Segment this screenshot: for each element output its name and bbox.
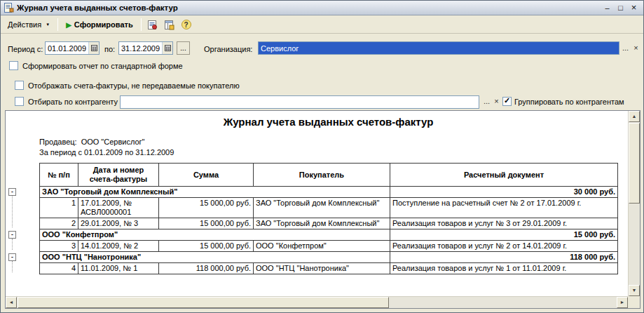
group-total-cell[interactable]: 118 000 руб. bbox=[390, 252, 618, 263]
group-margin: --- bbox=[6, 111, 20, 296]
show-not-transferred-checkbox[interactable] bbox=[15, 81, 24, 90]
chevron-down-icon: ▼ bbox=[46, 22, 50, 27]
cell-num[interactable]: 4 bbox=[40, 263, 78, 274]
collapse-group-button[interactable]: - bbox=[8, 253, 16, 261]
cell-buyer[interactable]: ООО "Конфетпром" bbox=[254, 241, 390, 252]
report-settings-icon bbox=[147, 20, 158, 30]
seller-label: Продавец: bbox=[39, 138, 77, 146]
period-to-label: по: bbox=[104, 44, 115, 54]
contractor-input[interactable] bbox=[121, 96, 479, 108]
cell-buyer[interactable]: ООО "НТЦ "Нанотроника" bbox=[254, 263, 390, 274]
calendar-button[interactable] bbox=[88, 42, 99, 54]
standard-form-label: Сформировать отчет по стандартной форме bbox=[22, 61, 183, 71]
period-to-input[interactable] bbox=[119, 42, 162, 54]
group-total-cell[interactable]: 30 000 руб. bbox=[390, 187, 618, 198]
group-row[interactable]: ООО "НТЦ "Нанотроника"118 000 руб. bbox=[40, 252, 618, 263]
period-from-field bbox=[45, 41, 100, 55]
invoice-row[interactable]: 117.01.2009, № АСВЛ000000115 000,00 руб.… bbox=[40, 198, 618, 218]
cell-date[interactable]: 29.01.2009, № 3 bbox=[78, 218, 159, 229]
cell-doc[interactable]: Реализация товаров и услуг № 2 от 14.01.… bbox=[390, 241, 618, 252]
invoice-row[interactable]: 411.01.2009, № 1118 000,00 руб.ООО "НТЦ … bbox=[40, 263, 618, 274]
vertical-scroll-thumb[interactable] bbox=[629, 123, 640, 204]
contractor-clear-button[interactable]: × bbox=[491, 96, 502, 107]
cell-date[interactable]: 17.01.2009, № АСВЛ0000001 bbox=[78, 198, 159, 218]
cell-num[interactable]: 2 bbox=[40, 218, 78, 229]
filter-by-contractor-checkbox[interactable] bbox=[15, 97, 24, 106]
collapse-group-button[interactable]: - bbox=[8, 188, 16, 196]
cell-sum[interactable]: 15 000,00 руб. bbox=[159, 218, 254, 229]
group-by-contractor-checkbox[interactable]: ✓ bbox=[502, 97, 512, 106]
journal-window: Журнал учета выданных счетов-фактур – □ … bbox=[0, 0, 644, 313]
show-not-transferred-label: Отображать счета-фактуры, не передаваемы… bbox=[28, 81, 240, 91]
column-header-date[interactable]: Дата и номер счета-фактуры bbox=[78, 164, 159, 187]
calendar-icon bbox=[91, 45, 97, 51]
toolbar-separator bbox=[141, 18, 142, 31]
report-content: --- Журнал учета выданных счетов-фактур … bbox=[6, 111, 628, 296]
scroll-left-button[interactable]: ◄ bbox=[6, 297, 17, 308]
cell-num[interactable]: 1 bbox=[40, 198, 78, 218]
cell-date[interactable]: 14.01.2009, № 2 bbox=[78, 241, 159, 252]
invoice-row[interactable]: 229.01.2009, № 315 000,00 руб.ЗАО "Торго… bbox=[40, 218, 618, 229]
group-name-cell[interactable]: ЗАО "Торговый дом Комплексный" bbox=[40, 187, 390, 198]
group-name-cell[interactable]: ООО "Конфетпром" bbox=[40, 229, 390, 241]
scroll-up-button[interactable]: ▲ bbox=[629, 111, 640, 122]
column-header-doc[interactable]: Расчетный документ bbox=[390, 164, 618, 187]
period-settings-button[interactable]: ... bbox=[177, 41, 190, 55]
filter-by-contractor-label: Отбирать по контрагенту bbox=[28, 97, 118, 107]
group-tree-line bbox=[12, 196, 13, 227]
cell-doc[interactable]: Реализация товаров и услуг № 3 от 29.01.… bbox=[390, 218, 618, 229]
standard-form-checkbox[interactable] bbox=[9, 61, 18, 70]
cell-doc[interactable]: Поступление на расчетный счет № 2 от 17.… bbox=[390, 198, 618, 218]
actions-label: Действия bbox=[8, 20, 41, 29]
cell-sum[interactable]: 118 000,00 руб. bbox=[159, 263, 254, 274]
scroll-right-button[interactable]: ► bbox=[617, 297, 628, 308]
calendar-button[interactable] bbox=[162, 42, 172, 54]
cell-date[interactable]: 11.01.2009, № 1 bbox=[78, 263, 159, 274]
organization-field bbox=[258, 41, 619, 55]
actions-menu-button[interactable]: Действия ▼ bbox=[4, 18, 54, 32]
play-icon: ▶ bbox=[66, 21, 71, 29]
cell-sum[interactable]: 15 000,00 руб. bbox=[159, 198, 254, 218]
cell-sum[interactable]: 15 000,00 руб. bbox=[159, 241, 254, 252]
group-name-cell[interactable]: ООО "НТЦ "Нанотроника" bbox=[40, 252, 390, 263]
calendar-icon bbox=[165, 45, 171, 51]
window-title: Журнал учета выданных счетов-фактур bbox=[17, 4, 601, 12]
close-button[interactable]: × bbox=[627, 2, 640, 13]
vertical-scrollbar[interactable]: ▲ ▼ bbox=[628, 111, 640, 296]
cell-buyer[interactable]: ЗАО "Торговый дом Комплексный" bbox=[254, 218, 390, 229]
organization-clear-button[interactable]: × bbox=[631, 43, 641, 53]
report-variants-button[interactable] bbox=[162, 18, 177, 32]
column-header-num[interactable]: № п/п bbox=[40, 164, 78, 187]
column-header-sum[interactable]: Сумма bbox=[159, 164, 254, 187]
collapse-group-button[interactable]: - bbox=[8, 231, 16, 239]
report-title: Журнал учета выданных счетов-фактур bbox=[39, 116, 617, 128]
horizontal-scrollbar[interactable]: ◄ ► bbox=[6, 296, 628, 308]
titlebar: Журнал учета выданных счетов-фактур – □ … bbox=[1, 1, 643, 15]
group-tree-line bbox=[12, 261, 13, 272]
minimize-button[interactable]: – bbox=[601, 2, 614, 13]
scroll-down-button[interactable]: ▼ bbox=[629, 285, 640, 296]
column-header-buyer[interactable]: Покупатель bbox=[254, 164, 390, 187]
report-table-body: ЗАО "Торговый дом Комплексный"30 000 руб… bbox=[40, 187, 618, 274]
group-by-contractor-label: Группировать по контрагентам bbox=[514, 97, 624, 107]
help-button[interactable]: ? bbox=[179, 18, 194, 32]
group-row[interactable]: ЗАО "Торговый дом Комплексный"30 000 руб… bbox=[40, 187, 618, 198]
cell-num[interactable]: 3 bbox=[40, 241, 78, 252]
horizontal-scroll-thumb[interactable] bbox=[18, 297, 389, 308]
group-total-cell[interactable]: 15 000 руб. bbox=[390, 229, 618, 241]
maximize-button[interactable]: □ bbox=[614, 2, 627, 13]
generate-report-button[interactable]: ▶ Сформировать bbox=[62, 18, 137, 32]
toolbar: Действия ▼ ▶ Сформировать bbox=[1, 16, 643, 34]
contractor-select-button[interactable]: ... bbox=[481, 96, 492, 107]
report-panel: --- Журнал учета выданных счетов-фактур … bbox=[5, 110, 640, 309]
period-from-input[interactable] bbox=[46, 42, 88, 54]
organization-select-button[interactable]: ... bbox=[620, 43, 631, 53]
group-tree-line bbox=[12, 239, 13, 250]
cell-doc[interactable]: Реализация товаров и услуг № 1 от 11.01.… bbox=[390, 263, 618, 274]
organization-input[interactable] bbox=[259, 42, 619, 54]
invoice-row[interactable]: 314.01.2009, № 215 000,00 руб.ООО "Конфе… bbox=[40, 241, 618, 252]
group-row[interactable]: ООО "Конфетпром"15 000 руб. bbox=[40, 229, 618, 241]
cell-buyer[interactable]: ЗАО "Торговый дом Комплексный" bbox=[254, 198, 390, 218]
scrollbar-corner bbox=[628, 296, 640, 308]
report-settings-button[interactable] bbox=[145, 18, 160, 32]
